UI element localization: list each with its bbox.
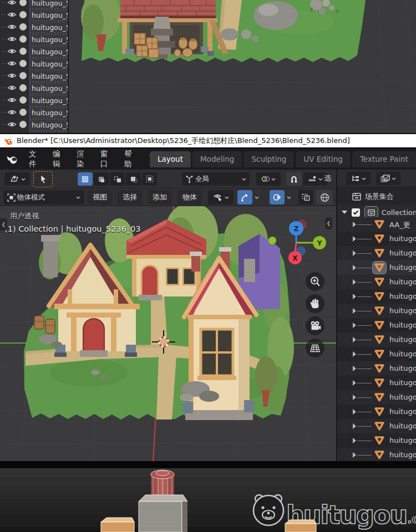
expand-right-icon[interactable] bbox=[353, 452, 356, 458]
expand-right-icon[interactable] bbox=[353, 380, 356, 386]
outliner-editor-type-button[interactable] bbox=[346, 172, 371, 185]
expand-right-icon[interactable] bbox=[353, 236, 356, 242]
workspace-tab[interactable]: UV Editing bbox=[296, 151, 350, 167]
visibility-eye-icon[interactable] bbox=[7, 35, 17, 43]
mesh-data-icon[interactable] bbox=[373, 290, 386, 303]
visibility-eye-icon[interactable] bbox=[7, 96, 17, 104]
outliner-row[interactable]: huitugou_5236 bbox=[0, 119, 68, 131]
mesh-data-icon[interactable] bbox=[373, 319, 386, 331]
selectability-dot-icon[interactable] bbox=[19, 11, 27, 18]
menu-item[interactable]: 帮助 bbox=[118, 147, 142, 171]
gizmo-dropdown-caret[interactable] bbox=[253, 192, 261, 202]
mesh-data-icon[interactable] bbox=[373, 247, 386, 259]
expand-right-icon[interactable] bbox=[353, 222, 356, 227]
expand-down-icon[interactable] bbox=[342, 211, 347, 214]
show-gizmo-toggle[interactable] bbox=[237, 190, 252, 204]
expand-right-icon[interactable] bbox=[353, 366, 356, 371]
shading-wireframe-button[interactable] bbox=[316, 190, 333, 204]
expand-right-icon[interactable] bbox=[353, 423, 356, 429]
expand-right-icon[interactable] bbox=[353, 250, 356, 256]
select-mode-new-button[interactable] bbox=[94, 172, 109, 186]
mesh-data-icon[interactable] bbox=[373, 276, 386, 288]
visibility-eye-icon[interactable] bbox=[7, 11, 17, 18]
outliner-object-row[interactable]: huitugou_5236 bbox=[337, 260, 416, 275]
pivot-point-dropdown[interactable] bbox=[256, 172, 281, 186]
blender-app-icon[interactable] bbox=[6, 154, 18, 164]
expand-right-icon[interactable] bbox=[353, 323, 356, 328]
expand-right-icon[interactable] bbox=[353, 438, 356, 443]
visibility-eye-icon[interactable] bbox=[7, 48, 17, 55]
outliner-object-row[interactable]: huitugou_5236 bbox=[337, 419, 416, 433]
collection-checkbox[interactable] bbox=[352, 208, 360, 217]
visibility-eye-icon[interactable] bbox=[7, 0, 17, 6]
outliner-object-row[interactable]: AA_更 bbox=[337, 217, 416, 232]
mesh-data-icon[interactable] bbox=[373, 262, 386, 274]
expand-right-icon[interactable] bbox=[353, 279, 356, 285]
outliner-object-row[interactable]: huitugou_5236 bbox=[337, 246, 416, 260]
orthographic-toggle-button[interactable] bbox=[306, 339, 324, 357]
outliner-row[interactable]: huitugou_5236 bbox=[0, 106, 68, 119]
expand-right-icon[interactable] bbox=[353, 337, 356, 342]
outliner-object-row[interactable]: huitugou_5236 bbox=[337, 289, 416, 304]
expand-right-icon[interactable] bbox=[353, 409, 356, 415]
object-visibility-dropdown[interactable] bbox=[208, 190, 234, 204]
overlays-dropdown-caret[interactable] bbox=[285, 192, 293, 202]
visibility-eye-icon[interactable] bbox=[7, 72, 17, 79]
outliner-object-row[interactable]: huitugou_5236 bbox=[337, 275, 416, 289]
outliner-row[interactable]: huitugou_5236 bbox=[0, 82, 68, 94]
visibility-eye-icon[interactable] bbox=[7, 60, 17, 67]
show-overlays-toggle[interactable] bbox=[270, 190, 285, 204]
outliner-object-row[interactable]: huitugou_5236 bbox=[337, 405, 416, 419]
outliner-object-row[interactable]: huitugou_5236 bbox=[337, 318, 416, 332]
workspace-tab[interactable]: Modeling bbox=[192, 151, 242, 167]
xray-toggle[interactable] bbox=[298, 190, 313, 204]
expand-right-icon[interactable] bbox=[353, 395, 356, 400]
outliner-object-row[interactable]: huitugou_5236 bbox=[337, 332, 416, 347]
selectability-dot-icon[interactable] bbox=[19, 109, 27, 116]
mesh-data-icon[interactable] bbox=[373, 218, 386, 231]
zoom-button[interactable] bbox=[306, 272, 324, 291]
outliner-object-row[interactable]: huitugou_5236 bbox=[337, 304, 416, 318]
mesh-data-icon[interactable] bbox=[373, 348, 386, 360]
outliner-object-row[interactable]: huitugou_5236 bbox=[337, 448, 416, 461]
viewport-menu-item[interactable]: 视图 bbox=[88, 190, 112, 204]
selectability-dot-icon[interactable] bbox=[19, 60, 27, 67]
selectability-dot-icon[interactable] bbox=[19, 35, 27, 43]
selectability-dot-icon[interactable] bbox=[19, 121, 27, 128]
selectability-dot-icon[interactable] bbox=[19, 0, 27, 6]
outliner-object-row[interactable]: huitugou_5236 bbox=[337, 376, 416, 390]
outliner-display-mode-button[interactable] bbox=[376, 172, 400, 185]
selectability-dot-icon[interactable] bbox=[19, 96, 27, 104]
outliner-row[interactable]: huitugou_5236 bbox=[0, 70, 68, 82]
outliner-row[interactable]: huitugou_5236 bbox=[0, 94, 68, 106]
mesh-data-icon[interactable] bbox=[373, 449, 386, 461]
outliner-row[interactable]: huitugou_5236 bbox=[0, 33, 68, 45]
select-mode-tweak-button[interactable] bbox=[78, 172, 93, 186]
visibility-eye-icon[interactable] bbox=[7, 84, 17, 91]
outliner-object-row[interactable]: huitugou_5236 bbox=[337, 433, 416, 448]
menu-item[interactable]: 窗口 bbox=[94, 147, 118, 171]
workspace-tab[interactable]: Texture Paint bbox=[352, 151, 416, 167]
selectability-dot-icon[interactable] bbox=[19, 72, 27, 79]
options-label-clipped[interactable]: 选 bbox=[324, 173, 336, 183]
camera-view-button[interactable] bbox=[306, 316, 324, 335]
selectability-dot-icon[interactable] bbox=[19, 48, 27, 55]
menu-item[interactable]: 编辑 bbox=[47, 147, 70, 171]
mesh-data-icon[interactable] bbox=[373, 362, 386, 375]
navigation-gizmo[interactable]: Z Y X bbox=[280, 217, 333, 266]
outliner-row[interactable]: huitugou_5236 bbox=[0, 9, 68, 21]
scene-collection-row[interactable]: 场景集合 bbox=[337, 190, 416, 204]
visibility-eye-icon[interactable] bbox=[7, 121, 17, 128]
mesh-data-icon[interactable] bbox=[373, 233, 386, 245]
workspace-tab[interactable]: Layout bbox=[150, 151, 191, 167]
toolbar-collapse-tab[interactable]: ❮ bbox=[0, 218, 7, 231]
outliner-object-row[interactable]: huitugou_5236 bbox=[337, 347, 416, 361]
editor-type-button[interactable] bbox=[4, 172, 30, 186]
viewport-menu-item[interactable]: 选择 bbox=[118, 190, 142, 204]
select-mode-extend-button[interactable] bbox=[110, 172, 125, 186]
expand-right-icon[interactable] bbox=[353, 351, 356, 357]
active-tool-select-box[interactable] bbox=[33, 171, 53, 187]
mesh-data-icon[interactable] bbox=[373, 434, 386, 447]
expand-right-icon[interactable] bbox=[353, 265, 356, 270]
mesh-data-icon[interactable] bbox=[373, 420, 386, 432]
